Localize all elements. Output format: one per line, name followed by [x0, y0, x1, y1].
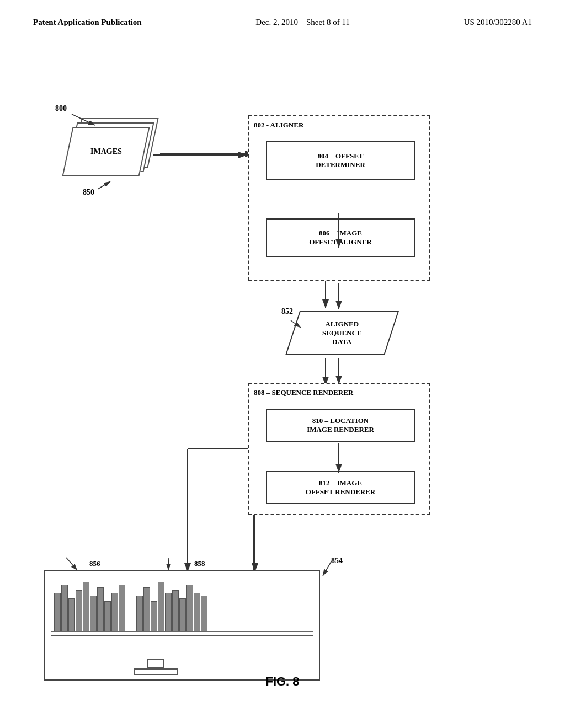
patent-number-label: US 2010/302280 A1 — [464, 18, 532, 27]
aligned-seq-label: ALIGNED SEQUENCE DATA — [322, 320, 362, 346]
label-800: 800 — [55, 104, 67, 113]
svg-line-21 — [323, 561, 332, 576]
box-806: 806 – IMAGE OFFSET ALIGNER — [266, 218, 415, 257]
label-808: 808 – SEQUENCE RENDERER — [254, 388, 353, 397]
label-856: 856 — [89, 559, 100, 568]
svg-line-22 — [66, 558, 77, 570]
box-804: 804 – OFFSET DETERMINER — [266, 141, 415, 180]
diagram-area: 800 IMAGES 850 802 - ALIGNER 804 – OFFSE… — [0, 33, 565, 705]
box-810: 810 – LOCATION IMAGE RENDERER — [266, 409, 415, 442]
figure-caption: FIG. 8 — [265, 675, 299, 689]
label-850: 850 — [83, 188, 94, 197]
publication-label: Patent Application Publication — [33, 18, 142, 27]
aligner-outer-box: 802 - ALIGNER 804 – OFFSET DETERMINER 80… — [248, 115, 430, 281]
label-852: 852 — [281, 307, 293, 316]
svg-line-23 — [168, 558, 169, 570]
renderer-outer-box: 808 – SEQUENCE RENDERER 810 – LOCATION I… — [248, 383, 430, 515]
images-label: IMAGES — [90, 147, 122, 156]
label-854: 854 — [331, 556, 343, 565]
box-812: 812 – IMAGE OFFSET RENDERER — [266, 471, 415, 504]
page-header: Patent Application Publication Dec. 2, 2… — [0, 0, 565, 27]
date-sheet-label: Dec. 2, 2010 Sheet 8 of 11 — [255, 18, 350, 27]
label-858: 858 — [194, 559, 205, 568]
label-802: 802 - ALIGNER — [254, 121, 303, 130]
monitor-box: 856 858 — [44, 570, 320, 681]
svg-line-19 — [98, 181, 110, 189]
